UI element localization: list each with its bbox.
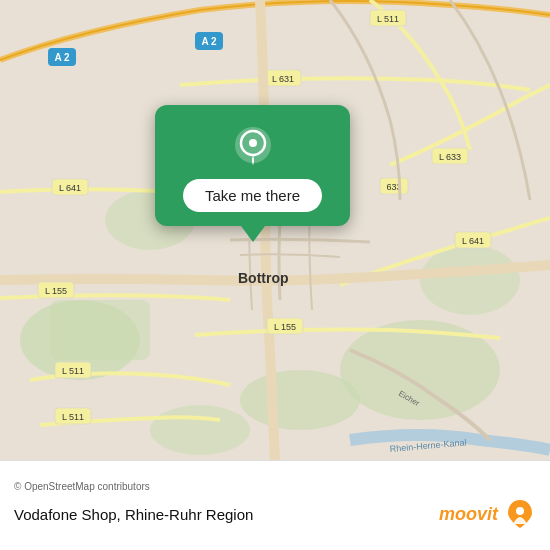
bottom-bar: © OpenStreetMap contributors Vodafone Sh… xyxy=(0,460,550,550)
moovit-text: moovit xyxy=(439,504,498,525)
location-name: Vodafone Shop, Rhine-Ruhr Region xyxy=(14,506,253,523)
svg-text:L 155: L 155 xyxy=(274,322,296,332)
svg-rect-5 xyxy=(50,300,150,360)
svg-point-3 xyxy=(420,245,520,315)
svg-text:L 641: L 641 xyxy=(59,183,81,193)
svg-point-37 xyxy=(516,507,524,515)
svg-text:L 511: L 511 xyxy=(377,14,399,24)
svg-text:L 511: L 511 xyxy=(62,412,84,422)
attribution-text: © OpenStreetMap contributors xyxy=(14,481,536,492)
svg-text:A 2: A 2 xyxy=(201,36,217,47)
svg-point-36 xyxy=(249,139,257,147)
svg-text:L 511: L 511 xyxy=(62,366,84,376)
svg-point-7 xyxy=(150,405,250,455)
moovit-logo: moovit xyxy=(439,498,536,530)
svg-point-6 xyxy=(240,370,360,430)
moovit-icon xyxy=(504,498,536,530)
take-me-there-button[interactable]: Take me there xyxy=(183,179,322,212)
svg-text:L 641: L 641 xyxy=(462,236,484,246)
svg-text:L 633: L 633 xyxy=(439,152,461,162)
map-view: Rhein-Herne-Kanal A 2 A 2 L 511 L 631 L … xyxy=(0,0,550,460)
svg-text:A 2: A 2 xyxy=(54,52,70,63)
svg-text:L 155: L 155 xyxy=(45,286,67,296)
location-pin-icon xyxy=(231,123,275,167)
svg-text:L 631: L 631 xyxy=(272,74,294,84)
location-popup: Take me there xyxy=(155,105,350,226)
